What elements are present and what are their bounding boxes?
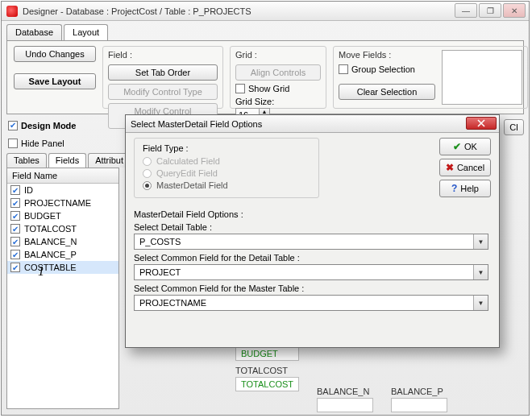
cancel-button[interactable]: ✖ Cancel bbox=[439, 159, 491, 176]
masterdetail-options: MasterDetail Field Options : Select Deta… bbox=[134, 209, 491, 311]
md-options-header: MasterDetail Field Options : bbox=[134, 209, 491, 219]
detail-table-select[interactable]: P_COSTS ▼ bbox=[134, 234, 488, 250]
detail-table-label: Select Detail Table : bbox=[134, 222, 491, 232]
field-item-label: BALANCE_N bbox=[24, 237, 77, 246]
show-grid-checkbox[interactable]: Show Grid bbox=[235, 84, 321, 93]
set-tab-order-button[interactable]: Set Tab Order bbox=[108, 64, 218, 81]
checkbox-icon bbox=[8, 139, 18, 148]
field-item[interactable]: ✔BALANCE_N bbox=[7, 235, 118, 248]
clear-selection-button[interactable]: Clear Selection bbox=[339, 84, 435, 100]
move-fields-group: Move Fields : Group Selection Clear Sele… bbox=[333, 46, 528, 109]
field-item-label: BUDGET bbox=[24, 211, 61, 221]
minimize-button[interactable]: — bbox=[455, 3, 477, 18]
chevron-down-icon: ▼ bbox=[473, 296, 488, 310]
modify-control-type-button: Modify Control Type bbox=[108, 84, 218, 100]
truncated-button[interactable]: Cl bbox=[504, 119, 524, 135]
checkbox-icon[interactable]: ✔ bbox=[10, 250, 20, 259]
radio-icon bbox=[143, 181, 152, 190]
checkbox-icon[interactable]: ✔ bbox=[10, 263, 20, 272]
field-label-balance-n: BALANCE_N bbox=[317, 387, 373, 396]
check-icon: ✔ bbox=[453, 141, 461, 152]
checkbox-icon bbox=[235, 84, 245, 93]
show-grid-label: Show Grid bbox=[248, 84, 289, 93]
field-value-balance-p[interactable] bbox=[391, 398, 447, 412]
master-common-label: Select Common Field for the Master Table… bbox=[134, 283, 491, 293]
radio-masterdetail[interactable]: MasterDetail Field bbox=[143, 180, 310, 190]
radio-calculated-label: Calculated Field bbox=[156, 156, 220, 166]
help-button[interactable]: ? Help bbox=[439, 180, 491, 197]
master-common-value: PROJECTNAME bbox=[139, 298, 206, 308]
checkbox-icon[interactable]: ✔ bbox=[10, 211, 20, 221]
detail-common-value: PROJECT bbox=[139, 267, 181, 277]
checkbox-icon[interactable]: ✔ bbox=[10, 185, 20, 195]
field-item-label: PROJECTNAME bbox=[24, 198, 91, 208]
close-button[interactable]: ✕ bbox=[503, 3, 526, 18]
field-item[interactable]: ✔COSTTABLE bbox=[7, 261, 118, 274]
main-tabbar: Database Layout bbox=[6, 24, 529, 40]
master-common-select[interactable]: PROJECTNAME ▼ bbox=[134, 295, 488, 311]
radio-masterdetail-label: MasterDetail Field bbox=[156, 180, 228, 190]
question-icon: ? bbox=[451, 183, 457, 194]
main-window: Designer - Database : ProjectCost / Tabl… bbox=[1, 1, 530, 416]
field-item[interactable]: ✔TOTALCOST bbox=[7, 222, 118, 235]
align-controls-button: Align Controls bbox=[235, 64, 321, 81]
field-item-label: ID bbox=[24, 185, 33, 195]
save-layout-button[interactable]: Save Layout bbox=[14, 73, 96, 89]
tab-database[interactable]: Database bbox=[6, 24, 62, 40]
cross-icon: ✖ bbox=[446, 162, 454, 173]
radio-icon bbox=[143, 169, 152, 178]
design-mode-checkbox[interactable]: ✔ Design Mode bbox=[8, 121, 118, 130]
detail-common-select[interactable]: PROJECT ▼ bbox=[134, 264, 488, 280]
hide-panel-label: Hide Panel bbox=[21, 139, 64, 148]
tab-layout[interactable]: Layout bbox=[64, 24, 108, 40]
tab-tables[interactable]: Tables bbox=[6, 153, 47, 168]
dialog-title: Select MasterDetail Field Options bbox=[131, 119, 262, 129]
detail-common-label: Select Common Field for the Detail Table… bbox=[134, 253, 491, 263]
masterdetail-dialog: Select MasterDetail Field Options ✔ OK ✖… bbox=[125, 114, 500, 348]
chevron-down-icon: ▼ bbox=[473, 265, 488, 279]
close-icon bbox=[476, 119, 486, 127]
annotation-1: 1 bbox=[38, 264, 44, 279]
radio-icon bbox=[143, 157, 152, 166]
design-mode-label: Design Mode bbox=[21, 121, 76, 130]
field-item-label: TOTALCOST bbox=[24, 224, 77, 234]
radio-calculated: Calculated Field bbox=[143, 156, 310, 166]
chevron-down-icon: ▼ bbox=[473, 234, 488, 249]
main-title: Designer - Database : ProjectCost / Tabl… bbox=[23, 6, 251, 16]
maximize-button[interactable]: ❐ bbox=[479, 3, 501, 18]
checkbox-icon: ✔ bbox=[8, 121, 18, 130]
undo-changes-button[interactable]: Undo Changes bbox=[14, 46, 96, 62]
cancel-label: Cancel bbox=[457, 163, 484, 172]
layout-toolbar: Undo Changes Save Layout Field : Set Tab… bbox=[6, 40, 524, 114]
checkbox-icon[interactable]: ✔ bbox=[10, 237, 20, 246]
checkbox-icon[interactable]: ✔ bbox=[10, 198, 20, 208]
field-value-balance-n[interactable] bbox=[317, 398, 373, 412]
field-label-balance-p: BALANCE_P bbox=[391, 387, 447, 396]
field-item[interactable]: ✔PROJECTNAME bbox=[7, 197, 118, 209]
ok-button[interactable]: ✔ OK bbox=[439, 138, 491, 155]
help-label: Help bbox=[460, 184, 479, 193]
grid-size-label: Grid Size: bbox=[235, 97, 274, 106]
hide-panel-checkbox[interactable]: Hide Panel bbox=[8, 139, 118, 148]
radio-queryedit-label: QueryEdit Field bbox=[156, 168, 218, 178]
dialog-close-button[interactable] bbox=[466, 117, 497, 130]
dialog-titlebar: Select MasterDetail Field Options bbox=[126, 115, 499, 133]
checkbox-icon[interactable]: ✔ bbox=[10, 224, 20, 234]
field-item[interactable]: ✔BUDGET bbox=[7, 209, 118, 222]
field-value-budget[interactable]: BUDGET bbox=[235, 346, 299, 361]
fields-list-header: Field Name bbox=[7, 168, 118, 184]
field-value-totalcost[interactable]: TOTALCOST bbox=[235, 377, 299, 391]
field-item-label: BALANCE_P bbox=[24, 250, 77, 259]
field-item[interactable]: ✔BALANCE_P bbox=[7, 248, 118, 261]
field-panel-tabs: Tables Fields Attribut bbox=[6, 153, 119, 168]
group-selection-checkbox[interactable]: Group Selection bbox=[339, 64, 435, 74]
detail-table-value: P_COSTS bbox=[139, 237, 181, 246]
grid-group: Grid : Align Controls Show Grid Grid Siz… bbox=[230, 46, 326, 109]
design-canvas: BUDGET BUDGET TOTALCOST TOTALCOST BALANC… bbox=[235, 356, 447, 412]
group-selection-label: Group Selection bbox=[351, 64, 415, 74]
move-fields-header: Move Fields : bbox=[339, 50, 435, 60]
tab-fields[interactable]: Fields bbox=[48, 153, 86, 168]
field-item[interactable]: ✔ID bbox=[7, 184, 118, 197]
main-titlebar: Designer - Database : ProjectCost / Tabl… bbox=[2, 2, 529, 21]
field-item-label: COSTTABLE bbox=[24, 263, 77, 272]
